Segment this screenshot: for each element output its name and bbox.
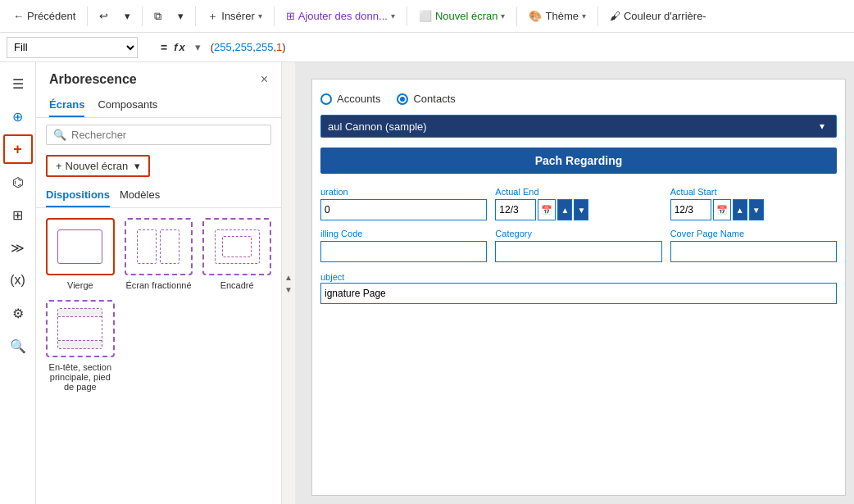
add-screen-icon-btn[interactable]: + <box>3 134 33 164</box>
cover-page-name-label: Cover Page Name <box>670 229 837 238</box>
search-icon-small: 🔍 <box>53 129 66 141</box>
actual-end-up-btn[interactable]: ▲ <box>557 199 572 220</box>
tab-modeles[interactable]: Modèles <box>120 184 160 207</box>
tree-panel: Arborescence × Écrans Composants 🔍 + Nou… <box>36 62 282 504</box>
actual-end-input[interactable] <box>495 199 536 220</box>
vierge-preview <box>46 218 115 275</box>
theme-label: Thème <box>545 10 578 22</box>
chevron-down-icon-new: ▾ <box>134 160 140 172</box>
layout-card-fractionne[interactable]: Écran fractionné <box>125 218 193 290</box>
cover-page-name-input[interactable] <box>670 241 837 262</box>
new-screen-button[interactable]: ⬜ Nouvel écran ▾ <box>412 7 512 25</box>
variables-icon: ≫ <box>11 240 25 256</box>
hamburger-icon: ☰ <box>12 76 24 92</box>
menu-icon-btn[interactable]: ☰ <box>3 69 33 98</box>
radio-accounts[interactable]: Accounts <box>320 93 380 105</box>
field-duration: uration <box>320 187 487 220</box>
duration-input[interactable] <box>320 199 487 220</box>
patch-button[interactable]: Pach Regarding <box>320 148 837 174</box>
property-selector[interactable]: Fill <box>7 37 154 58</box>
copy-chevron-button[interactable]: ▾ <box>171 7 190 25</box>
tab-dispositions[interactable]: Dispositions <box>46 184 110 207</box>
theme-button[interactable]: 🎨 Thème ▾ <box>522 7 592 25</box>
divider-2 <box>142 7 143 26</box>
new-screen-tree-button[interactable]: + Nouvel écran ▾ <box>46 155 150 177</box>
layout-cards: Vierge Écran fractionné <box>36 208 281 402</box>
radio-row: Accounts Contacts <box>312 93 845 105</box>
tree-close-button[interactable]: × <box>261 72 268 87</box>
tab-ecrans[interactable]: Écrans <box>49 93 84 117</box>
copy-icon: ⧉ <box>154 10 161 23</box>
chevron-down-icon-2: ▾ <box>178 10 184 22</box>
collapse-strip[interactable]: ▲ ▼ <box>282 62 295 504</box>
chevron-down-icon-3: ▾ <box>258 11 262 20</box>
divider-7 <box>597 7 598 26</box>
undo-icon: ↩ <box>99 10 108 22</box>
actual-end-down-btn[interactable]: ▼ <box>574 199 588 220</box>
new-screen-label: Nouvel écran <box>435 10 498 22</box>
data-icon-btn[interactable]: ⌬ <box>3 167 33 197</box>
back-button[interactable]: ← Précédent <box>7 7 82 25</box>
theme-icon: 🎨 <box>529 10 542 22</box>
layers-icon-btn[interactable]: ⊕ <box>3 102 33 131</box>
encadre-outer <box>215 229 260 264</box>
dropdown-chevron: ▾ <box>815 119 829 134</box>
bg-color-icon: 🖌 <box>610 10 620 22</box>
tree-tabs: Écrans Composants <box>36 93 281 118</box>
subject-input[interactable] <box>320 283 837 304</box>
actual-start-calendar-btn[interactable]: 📅 <box>713 199 731 220</box>
divider-4 <box>274 7 275 26</box>
layout-card-hmf[interactable]: En-tête, sectionprincipale, pied de page <box>46 300 115 392</box>
components-icon-btn[interactable]: ⊞ <box>3 200 33 229</box>
formula-chevron[interactable]: ▾ <box>195 41 201 53</box>
duration-label: uration <box>320 187 487 197</box>
plus-circle-icon: + <box>13 141 22 158</box>
dropdown-value: aul Cannon (sample) <box>328 120 427 133</box>
bg-color-button[interactable]: 🖌 Couleur d'arrière- <box>603 7 713 25</box>
tree-search-container: 🔍 <box>46 125 271 145</box>
insert-label: Insérer <box>221 10 254 22</box>
hmf-header <box>58 309 102 317</box>
copy-button[interactable]: ⧉ <box>148 7 168 26</box>
undo-chevron-button[interactable]: ▾ <box>118 7 137 25</box>
category-label: Category <box>495 229 661 238</box>
radio-circle-accounts <box>320 93 332 105</box>
layout-card-vierge[interactable]: Vierge <box>46 218 115 290</box>
chevron-down-icon-5: ▾ <box>501 11 505 20</box>
hmf-outer <box>57 308 102 349</box>
radio-contacts[interactable]: Contacts <box>397 93 455 105</box>
field-billing-code: illing Code <box>320 229 487 262</box>
fractionne-label: Écran fractionné <box>125 280 191 290</box>
form-dropdown[interactable]: aul Cannon (sample) ▾ <box>320 115 837 138</box>
radio-accounts-label: Accounts <box>337 93 380 105</box>
layout-card-encadre[interactable]: Encadré <box>202 218 271 290</box>
layers-icon: ⊕ <box>12 109 23 125</box>
actual-end-label: Actual End <box>495 187 661 197</box>
actual-start-input[interactable] <box>670 199 711 220</box>
hmf-label: En-tête, sectionprincipale, pied de page <box>46 362 115 392</box>
toolbar: ← Précédent ↩ ▾ ⧉ ▾ ＋ Insérer ▾ ⊞ Ajoute… <box>0 0 854 33</box>
category-input[interactable] <box>495 241 661 262</box>
billing-code-label: illing Code <box>320 229 487 238</box>
expression-icon-btn[interactable]: (x) <box>3 266 33 295</box>
actual-start-up-btn[interactable]: ▲ <box>733 199 747 220</box>
subject-label: ubject <box>320 272 344 282</box>
add-data-button[interactable]: ⊞ Ajouter des donn... ▾ <box>279 7 402 25</box>
variables-icon-btn[interactable]: ≫ <box>3 233 33 262</box>
insert-button[interactable]: ＋ Insérer ▾ <box>201 6 268 27</box>
settings-icon-btn[interactable]: ⚙ <box>3 298 33 328</box>
search-input[interactable] <box>71 129 264 141</box>
actual-start-down-btn[interactable]: ▼ <box>749 199 764 220</box>
undo-button[interactable]: ↩ <box>93 7 115 25</box>
plus-icon: ＋ <box>207 9 218 24</box>
fractionne-preview <box>125 218 193 275</box>
chevron-down-icon: ▾ <box>125 10 130 22</box>
actual-end-calendar-btn[interactable]: 📅 <box>538 199 556 220</box>
billing-code-input[interactable] <box>320 241 487 262</box>
search-icon-btn[interactable]: 🔍 <box>3 331 33 361</box>
add-data-label: Ajouter des donn... <box>298 10 388 22</box>
split-box-1 <box>137 229 157 264</box>
actual-end-inputs: 📅 ▲ ▼ <box>495 199 661 220</box>
tab-composants[interactable]: Composants <box>98 93 157 117</box>
property-select[interactable]: Fill <box>7 37 138 58</box>
